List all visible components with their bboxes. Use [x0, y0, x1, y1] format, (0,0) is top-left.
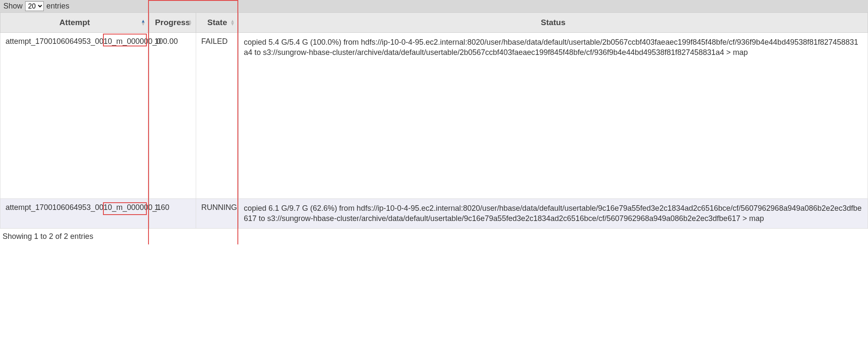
- col-header-progress-label: Progress: [155, 18, 190, 27]
- sort-icon: ▲▼: [188, 20, 192, 26]
- cell-progress: 1.60: [149, 199, 196, 229]
- table-row: attempt_1700106064953_0010_m_000000_0 10…: [0, 33, 868, 199]
- attempt-id-text: attempt_1700106064953_0010_m_000000_1: [6, 203, 161, 212]
- attempts-table: Attempt ▲▼ Progress ▲▼ State ▲▼ Status: [0, 12, 868, 229]
- col-header-status-label: Status: [541, 18, 565, 27]
- sort-icon: ▲▼: [230, 20, 235, 26]
- table-row: attempt_1700106064953_0010_m_000000_1 1.…: [0, 199, 868, 229]
- sort-icon: ▲▼: [141, 20, 146, 26]
- entries-label: entries: [46, 2, 69, 11]
- col-header-state-label: State: [207, 18, 227, 27]
- cell-state: RUNNING: [196, 199, 239, 229]
- cell-status: copied 5.4 G/5.4 G (100.0%) from hdfs://…: [239, 33, 868, 199]
- cell-attempt: attempt_1700106064953_0010_m_000000_1: [0, 199, 149, 229]
- cell-progress: 100.00: [149, 33, 196, 199]
- col-header-attempt-label: Attempt: [60, 18, 90, 27]
- page-root: Show 20 entries Attempt ▲▼ Progress ▲▼ S…: [0, 0, 868, 244]
- col-header-progress[interactable]: Progress ▲▼: [149, 13, 196, 33]
- col-header-status[interactable]: Status: [239, 13, 868, 33]
- cell-state: FAILED: [196, 33, 239, 199]
- col-header-state[interactable]: State ▲▼: [196, 13, 239, 33]
- col-header-attempt[interactable]: Attempt ▲▼: [0, 13, 149, 33]
- show-label: Show: [3, 2, 23, 11]
- table-info: Showing 1 to 2 of 2 entries: [0, 229, 868, 244]
- cell-status: copied 6.1 G/9.7 G (62.6%) from hdfs://i…: [239, 199, 868, 229]
- length-control: Show 20 entries: [0, 0, 868, 12]
- entries-select[interactable]: 20: [25, 1, 44, 11]
- header-row: Attempt ▲▼ Progress ▲▼ State ▲▼ Status: [0, 13, 868, 33]
- attempt-id-text: attempt_1700106064953_0010_m_000000_0: [6, 37, 161, 46]
- cell-attempt: attempt_1700106064953_0010_m_000000_0: [0, 33, 149, 199]
